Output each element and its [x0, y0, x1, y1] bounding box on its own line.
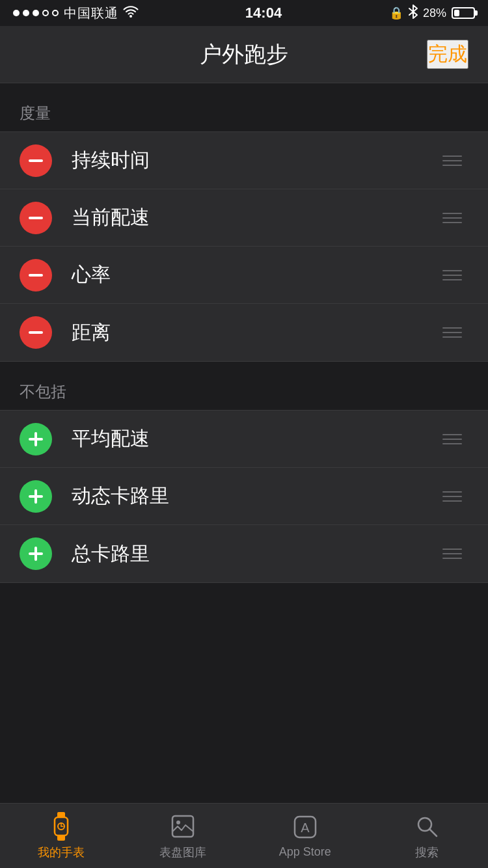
remove-button-heart-rate[interactable]	[20, 259, 52, 292]
face-gallery-icon	[169, 812, 197, 841]
tab-app-store[interactable]: A App Store	[244, 804, 366, 868]
remove-button-duration[interactable]	[20, 144, 52, 177]
done-button[interactable]: 完成	[427, 40, 468, 69]
tab-my-watch[interactable]: 我的手表	[0, 804, 122, 868]
tab-label-app-store: App Store	[279, 845, 331, 859]
svg-rect-7	[29, 495, 43, 498]
tab-face-gallery[interactable]: 表盘图库	[122, 804, 245, 868]
drag-handle-total-calories[interactable]	[436, 542, 468, 565]
svg-text:A: A	[301, 821, 310, 835]
list-item[interactable]: 平均配速	[0, 411, 488, 468]
section-header-excluded: 不包括	[0, 362, 488, 410]
drag-handle-duration[interactable]	[436, 149, 468, 172]
nav-bar: 户外跑步 完成	[0, 26, 488, 83]
tab-search[interactable]: 搜索	[366, 804, 489, 868]
item-label-duration: 持续时间	[72, 147, 436, 174]
tab-label-search: 搜索	[415, 845, 439, 860]
item-label-active-calories: 动态卡路里	[72, 483, 436, 509]
remove-button-distance[interactable]	[20, 316, 52, 349]
item-label-heart-rate: 心率	[72, 262, 436, 288]
battery-icon	[452, 7, 475, 19]
signal-dot-4	[42, 10, 49, 16]
svg-rect-1	[29, 217, 43, 219]
svg-rect-12	[57, 835, 65, 841]
item-label-distance: 距离	[72, 319, 436, 346]
carrier-label: 中国联通	[64, 5, 118, 22]
item-label-avg-pace: 平均配速	[72, 426, 436, 452]
add-button-avg-pace[interactable]	[20, 423, 52, 455]
item-label-current-pace: 当前配速	[72, 204, 436, 231]
list-item[interactable]: 心率	[0, 247, 488, 304]
status-time: 14:04	[245, 5, 282, 21]
search-icon	[413, 812, 441, 841]
signal-dots	[13, 10, 59, 16]
list-item[interactable]: 动态卡路里	[0, 468, 488, 525]
list-item[interactable]: 当前配速	[0, 189, 488, 247]
section-header-included: 度量	[0, 83, 488, 131]
drag-handle-distance[interactable]	[436, 321, 468, 344]
bluetooth-icon	[409, 5, 418, 22]
my-watch-icon	[47, 812, 75, 841]
lock-icon: 🔒	[389, 6, 403, 20]
tab-label-my-watch: 我的手表	[38, 845, 85, 860]
drag-handle-avg-pace[interactable]	[436, 427, 468, 451]
status-right: 🔒 28%	[389, 5, 475, 22]
included-list: 持续时间 当前配速 心率 距离	[0, 131, 488, 362]
svg-rect-2	[29, 274, 43, 277]
battery-percent: 28%	[423, 7, 446, 20]
tab-bar: 我的手表 表盘图库 A App Store 搜索	[0, 803, 488, 868]
drag-handle-current-pace[interactable]	[436, 206, 468, 230]
svg-rect-9	[29, 552, 43, 555]
signal-dot-2	[23, 10, 29, 16]
remove-button-current-pace[interactable]	[20, 202, 52, 234]
add-button-active-calories[interactable]	[20, 480, 52, 513]
battery-fill	[454, 10, 459, 16]
tab-label-face-gallery: 表盘图库	[159, 845, 206, 860]
svg-rect-0	[29, 159, 43, 162]
status-bar: 中国联通 14:04 🔒 28%	[0, 0, 488, 26]
signal-dot-5	[52, 10, 59, 16]
signal-dot-3	[33, 10, 39, 16]
list-item[interactable]: 持续时间	[0, 132, 488, 189]
svg-rect-16	[172, 816, 193, 837]
signal-dot-1	[13, 10, 20, 16]
list-item[interactable]: 距离	[0, 304, 488, 361]
list-item[interactable]: 总卡路里	[0, 525, 488, 582]
svg-rect-5	[29, 438, 43, 441]
add-button-total-calories[interactable]	[20, 537, 52, 570]
drag-handle-heart-rate[interactable]	[436, 264, 468, 287]
svg-point-17	[176, 821, 180, 824]
svg-rect-11	[57, 812, 65, 818]
nav-title: 户外跑步	[200, 40, 288, 70]
wifi-icon	[124, 5, 138, 21]
item-label-total-calories: 总卡路里	[72, 541, 436, 567]
svg-rect-3	[29, 331, 43, 334]
excluded-list: 平均配速 动态卡路里 总卡路里	[0, 410, 488, 583]
status-left: 中国联通	[13, 5, 138, 22]
drag-handle-active-calories[interactable]	[436, 485, 468, 508]
svg-line-21	[429, 829, 437, 836]
app-store-icon: A	[291, 813, 319, 841]
